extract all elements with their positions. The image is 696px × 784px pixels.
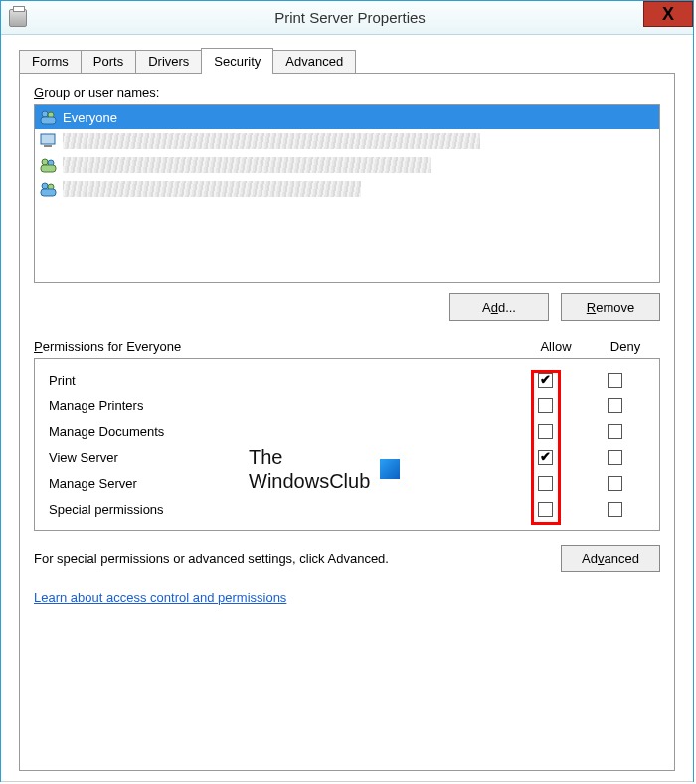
- perm-deny-cell: [580, 398, 649, 413]
- checkbox-deny[interactable]: [608, 424, 622, 439]
- svg-rect-4: [44, 145, 52, 147]
- group-label: Group or user names:: [34, 85, 660, 100]
- tabstrip: Forms Ports Drivers Security Advanced: [19, 47, 675, 73]
- group-icon: [39, 156, 59, 174]
- col-allow: Allow: [521, 339, 591, 354]
- perm-row: Print: [45, 367, 649, 392]
- tab-security-label: Security: [214, 54, 261, 69]
- dialog-window: Print Server Properties X Forms Ports Dr…: [0, 0, 694, 782]
- checkbox-allow[interactable]: [538, 424, 553, 439]
- svg-rect-7: [41, 165, 56, 172]
- perm-allow-cell: [510, 502, 580, 517]
- perm-deny-cell: [580, 373, 649, 388]
- tab-ports-label: Ports: [93, 54, 123, 69]
- perm-allow-cell: [510, 450, 580, 465]
- list-item-everyone-label: Everyone: [63, 110, 117, 125]
- printer-icon: [9, 9, 27, 27]
- perm-row: Manage Server: [45, 470, 649, 496]
- perm-row: Manage Printers: [45, 392, 649, 418]
- checkbox-allow[interactable]: [538, 373, 553, 388]
- redacted-text: [63, 157, 431, 173]
- tab-advanced-label: Advanced: [285, 54, 343, 69]
- permissions-header: Permissions for Everyone Allow Deny: [34, 339, 660, 354]
- list-item-redacted-3[interactable]: [35, 177, 659, 201]
- tab-advanced[interactable]: Advanced: [272, 50, 356, 73]
- perm-name: Special permissions: [45, 502, 510, 517]
- permissions-for-label: ermissions for Everyone: [43, 339, 181, 354]
- checkbox-allow[interactable]: [538, 476, 553, 491]
- perm-name: Manage Documents: [45, 424, 510, 439]
- advanced-button[interactable]: Advanced: [561, 545, 660, 572]
- checkbox-deny[interactable]: [608, 398, 622, 413]
- perm-deny-cell: [580, 476, 649, 491]
- svg-rect-2: [41, 117, 56, 124]
- perm-row: View Server: [45, 444, 649, 470]
- checkbox-allow[interactable]: [538, 398, 553, 413]
- list-item-everyone[interactable]: Everyone: [35, 105, 659, 129]
- svg-point-5: [42, 159, 48, 165]
- perm-deny-cell: [580, 424, 649, 439]
- col-deny: Deny: [591, 339, 660, 354]
- perm-name: Print: [45, 373, 510, 388]
- remove-button[interactable]: Remove: [561, 293, 660, 321]
- svg-rect-10: [41, 189, 56, 196]
- window-title: Print Server Properties: [7, 9, 693, 26]
- svg-point-0: [42, 111, 48, 117]
- perm-allow-cell: [510, 424, 580, 439]
- computer-icon: [39, 132, 59, 150]
- footnote-row: For special permissions or advanced sett…: [34, 545, 660, 572]
- list-item-redacted-2[interactable]: [35, 153, 659, 177]
- checkbox-deny[interactable]: [608, 476, 622, 491]
- perm-name: Manage Printers: [45, 398, 510, 413]
- help-link-row: Learn about access control and permissio…: [34, 590, 660, 605]
- perm-allow-cell: [510, 398, 580, 413]
- perm-row: Manage Documents: [45, 418, 649, 444]
- help-link[interactable]: Learn about access control and permissio…: [34, 590, 286, 605]
- perm-name: View Server: [45, 450, 510, 465]
- tab-forms[interactable]: Forms: [19, 50, 82, 73]
- perm-deny-cell: [580, 450, 649, 465]
- perm-name: Manage Server: [45, 476, 510, 491]
- tab-drivers-label: Drivers: [148, 54, 189, 69]
- tabpanel-security: Group or user names: Everyone: [19, 73, 675, 771]
- client-area: Forms Ports Drivers Security Advanced Gr…: [1, 35, 693, 781]
- permissions-box: PrintManage PrintersManage DocumentsView…: [34, 358, 660, 531]
- checkbox-allow[interactable]: [538, 450, 553, 465]
- checkbox-deny[interactable]: [608, 502, 622, 517]
- perm-deny-cell: [580, 502, 649, 517]
- tab-forms-label: Forms: [32, 54, 69, 69]
- add-button[interactable]: Add...: [449, 293, 549, 321]
- close-icon: X: [662, 4, 674, 25]
- group-icon: [39, 108, 59, 126]
- redacted-text: [63, 181, 361, 197]
- checkbox-deny[interactable]: [608, 450, 622, 465]
- tab-security[interactable]: Security: [201, 48, 273, 74]
- perm-allow-cell: [510, 373, 580, 388]
- titlebar: Print Server Properties X: [1, 1, 693, 35]
- close-button[interactable]: X: [643, 1, 693, 27]
- tab-drivers[interactable]: Drivers: [135, 50, 202, 73]
- group-label-text: roup or user names:: [44, 85, 159, 100]
- tab-ports[interactable]: Ports: [81, 50, 136, 73]
- checkbox-deny[interactable]: [608, 373, 622, 388]
- group-icon: [39, 180, 59, 198]
- redacted-text: [63, 133, 480, 149]
- perm-row: Special permissions: [45, 496, 649, 522]
- checkbox-allow[interactable]: [538, 502, 553, 517]
- footnote-text: For special permissions or advanced sett…: [34, 551, 549, 566]
- list-item-redacted-1[interactable]: [35, 129, 659, 153]
- user-buttons: Add... Remove: [34, 293, 660, 321]
- perm-allow-cell: [510, 476, 580, 491]
- user-listbox[interactable]: Everyone: [34, 104, 660, 283]
- svg-rect-3: [41, 134, 55, 144]
- svg-point-8: [42, 183, 48, 189]
